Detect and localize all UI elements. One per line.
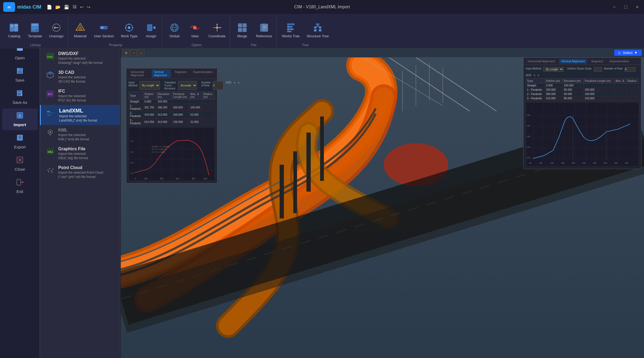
import-item-3dcad[interactable]: 3D CAD Import the selected 3D CAD file f… [40, 67, 120, 86]
user-section-button[interactable]: User Section [91, 21, 116, 40]
works-tree-button[interactable]: Works Tree [279, 21, 302, 40]
tab-vertical-alignment-right[interactable]: Vertical Alignment [559, 59, 587, 64]
landxml-name: LandXML [59, 108, 97, 114]
row-count-input-right[interactable] [625, 67, 635, 72]
global-button[interactable]: Global [165, 21, 184, 40]
svg-rect-60 [314, 30, 317, 31]
reference-button[interactable]: Reference [253, 21, 275, 40]
tab-vertical-alignment-left[interactable]: Vertical Alignment [152, 70, 170, 78]
work-type-button[interactable]: Work Type [118, 21, 140, 40]
import-item-ifc[interactable]: IFC IFC Import the selected IFC(*.ifc) f… [40, 86, 120, 105]
svg-text:160: 160 [561, 162, 565, 164]
tab-segment-right[interactable]: Segment [589, 59, 605, 64]
new-file-icon[interactable]: 📄 [47, 5, 52, 10]
row-count-input-left[interactable] [213, 81, 224, 90]
open-file-icon[interactable]: 📂 [55, 5, 61, 10]
sidebar-item-save[interactable]: Save [2, 64, 38, 86]
save-as-icon[interactable]: 🖫 [72, 5, 77, 9]
merge-button[interactable]: Merge [233, 21, 252, 40]
kml-icon [45, 128, 55, 137]
svg-text:200: 200 [572, 162, 575, 164]
table-row: 3 - Parabolic 613.050 413.050 130.000 31… [129, 118, 215, 126]
table-row: Straight 0.000 103.555 [129, 100, 215, 104]
svg-marker-14 [78, 25, 83, 30]
minimize-button[interactable]: − [611, 3, 618, 11]
catalog-button[interactable]: Catalog [5, 21, 24, 40]
svg-text:300: 300 [176, 177, 180, 180]
sub-panel-header-left: Horizontal Alignment Vertical Alignment … [126, 68, 217, 79]
import-item-dwg[interactable]: DWG DWG/DXF Import the selected Drawing(… [40, 49, 120, 67]
import-item-kml[interactable]: KML Import the selected KML(*.kml) file … [40, 125, 120, 144]
tab-segment-left[interactable]: Segment [173, 70, 189, 78]
square-view-btn[interactable]: □ [138, 50, 144, 56]
import-item-graphics[interactable]: OBJ Graphics File Import the selected OB… [40, 144, 120, 163]
unassign-button[interactable]: Unassign [46, 21, 66, 40]
save-file-icon[interactable]: 💾 [64, 5, 69, 10]
svg-marker-12 [54, 26, 55, 29]
tab-horizontal-alignment-left[interactable]: Horizontal Alignment [129, 70, 149, 78]
pointcloud-name: Point Cloud [58, 165, 103, 170]
svg-text:DWG: DWG [47, 56, 53, 58]
global-label: Global [169, 34, 180, 38]
maximize-button[interactable]: □ [622, 3, 630, 11]
coordinate-icon [212, 22, 222, 33]
import-item-pointcloud[interactable]: Point Cloud Import the selected Point Cl… [40, 163, 120, 181]
svg-point-107 [52, 169, 53, 170]
export-icon [16, 134, 24, 143]
dwg-desc1: Import the selected [58, 57, 103, 60]
tab-superelevation-right[interactable]: Superelevation [607, 59, 631, 64]
coordinate-button[interactable]: Coordinate [206, 21, 228, 40]
undo-icon[interactable]: ↩ [80, 5, 83, 10]
svg-rect-0 [10, 24, 14, 31]
svg-text:200: 200 [160, 177, 163, 180]
svg-rect-70 [19, 68, 19, 70]
svg-text:320: 320 [603, 162, 607, 164]
sidebar-item-exit[interactable]: Exit [2, 175, 38, 197]
user-section-icon [98, 22, 109, 33]
assign-button[interactable]: Assign [142, 21, 160, 40]
ifc-desc2: IFC(*.ifc) file format [58, 98, 86, 102]
redo-icon[interactable]: ↪ [87, 5, 90, 10]
assign-label: Assign [146, 34, 156, 38]
landxml-icon: XML Land [46, 108, 56, 117]
grid-view-btn[interactable]: ⊞ [123, 50, 129, 56]
view-button[interactable]: View [185, 21, 204, 40]
logo-text: midas CIM [17, 4, 41, 10]
svg-rect-72 [18, 90, 21, 92]
svg-text:OBJ: OBJ [47, 151, 53, 154]
uniform-scale-input[interactable] [594, 67, 602, 72]
option-group-label: Option [192, 43, 202, 48]
template-button[interactable]: Template [25, 21, 45, 40]
tab-horizontal-alignment-right[interactable]: Horizontal Alignment [526, 59, 557, 64]
landxml-text: LandXML Import the selected LandXML(*.xm… [59, 108, 97, 122]
sidebar-item-import[interactable]: Import [2, 108, 38, 130]
svg-text:Land: Land [47, 114, 51, 116]
tab-superelevation-left[interactable]: Superelevation [191, 70, 215, 78]
circle-view-btn[interactable]: ○ [130, 50, 137, 56]
sidebar-item-close[interactable]: Close [2, 153, 38, 175]
svg-rect-1 [14, 24, 18, 31]
input-method-select-right[interactable]: By Length [543, 67, 564, 72]
svg-rect-58 [319, 27, 321, 28]
material-button[interactable]: Material [71, 21, 90, 40]
save-icon [16, 67, 24, 76]
close-button[interactable]: × [634, 3, 641, 11]
select-button[interactable]: ▷ Select ▼ [614, 50, 642, 56]
svg-rect-49 [287, 28, 294, 30]
unassign-icon [51, 22, 62, 33]
save-as-label: Save As [12, 100, 27, 105]
sidebar-item-export[interactable]: Export [2, 131, 38, 152]
merge-icon [237, 22, 248, 33]
title-bar: m midas CIM 📄 📂 💾 🖫 ↩ ↪ CIM - V180_LandX… [0, 0, 644, 14]
import-item-landxml[interactable]: XML Land LandXML Import the selected Lan… [40, 105, 120, 125]
tree-items: Works Tree Structure [279, 16, 332, 43]
file-group-label: File [251, 43, 257, 48]
structure-tree-button[interactable]: Structure Tree [304, 21, 331, 40]
pointcloud-text: Point Cloud Import the selected Point Cl… [58, 165, 103, 179]
sidebar-item-save-as[interactable]: + Save As [2, 86, 38, 108]
input-method-select-left[interactable]: By Length [140, 81, 160, 90]
svg-text:360: 360 [614, 162, 618, 164]
main-viewport: Horizontal Alignment Vertical Alignment … [121, 57, 644, 358]
svg-point-109 [52, 172, 53, 173]
accuracy-select-left[interactable]: Accurate [178, 81, 197, 90]
